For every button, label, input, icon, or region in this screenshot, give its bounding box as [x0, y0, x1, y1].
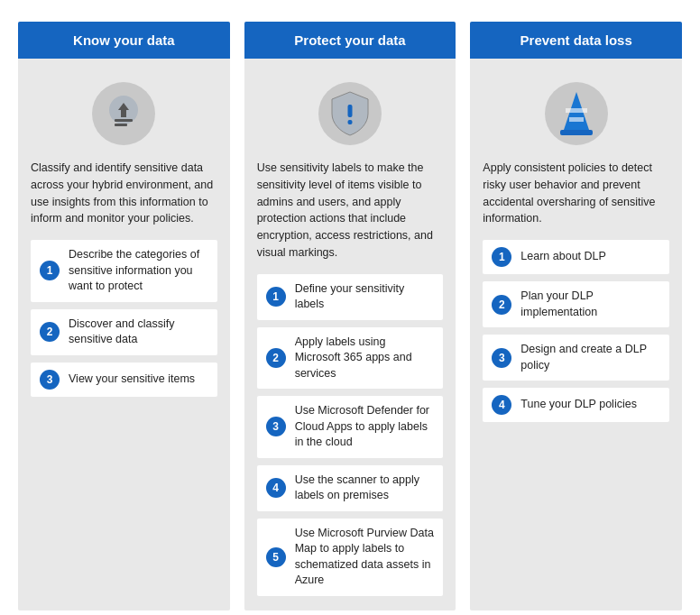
svg-rect-8: [569, 117, 584, 122]
column-body-know-your-data: Classify and identify sensitive data acr…: [18, 59, 230, 610]
svg-rect-3: [115, 124, 127, 126]
traffic-cone-icon: [545, 82, 608, 145]
step-number: 1: [266, 287, 286, 307]
step-list-know-your-data: 1Describe the categories of sensitive in…: [31, 240, 217, 397]
step-item[interactable]: 2Apply labels using Microsoft 365 apps a…: [257, 327, 444, 390]
step-item[interactable]: 4Use the scanner to apply labels on prem…: [257, 465, 444, 511]
step-item[interactable]: 1Define your sensitivity labels: [257, 274, 444, 320]
step-label: Tune your DLP policies: [520, 397, 637, 413]
step-item[interactable]: 2Discover and classify sensitive data: [31, 309, 217, 355]
step-item[interactable]: 3View your sensitive items: [31, 363, 217, 397]
step-label: Describe the categories of sensitive inf…: [69, 247, 208, 295]
column-header-know-your-data: Know your data: [18, 22, 230, 59]
step-item[interactable]: 1Describe the categories of sensitive in…: [31, 240, 217, 302]
step-number: 3: [492, 348, 511, 368]
step-number: 1: [492, 247, 511, 267]
data-classify-icon: [92, 82, 155, 145]
main-container: Know your data Classify and identify sen…: [0, 0, 700, 615]
step-number: 4: [266, 478, 286, 498]
step-list-protect-your-data: 1Define your sensitivity labels2Apply la…: [257, 274, 444, 596]
icon-area-protect-your-data: [257, 73, 444, 151]
column-protect-your-data: Protect your data Use sensitivity labels…: [244, 22, 456, 610]
column-prevent-data-loss: Prevent data loss Apply consistent polic…: [470, 22, 682, 610]
step-label: Define your sensitivity labels: [295, 281, 435, 313]
step-label: Use the scanner to apply labels on premi…: [295, 473, 435, 504]
description-prevent-data-loss: Apply consistent policies to detect risk…: [483, 160, 669, 227]
svg-rect-2: [115, 119, 133, 122]
shield-alert-icon: [318, 82, 382, 145]
icon-area-prevent-data-loss: [483, 73, 669, 151]
step-number: 4: [492, 395, 511, 415]
step-label: Discover and classify sensitive data: [69, 317, 208, 348]
step-number: 3: [266, 417, 286, 436]
step-label: Apply labels using Microsoft 365 apps an…: [295, 335, 435, 382]
step-number: 3: [40, 370, 60, 390]
step-item[interactable]: 2Plan your DLP implementation: [483, 281, 669, 327]
step-label: Learn about DLP: [520, 249, 606, 265]
icon-area-know-your-data: [31, 73, 217, 151]
svg-rect-5: [348, 120, 353, 124]
step-label: Use Microsoft Defender for Cloud Apps to…: [295, 403, 435, 451]
step-label: Design and create a DLP policy: [520, 342, 660, 373]
svg-rect-4: [348, 105, 353, 117]
step-item[interactable]: 1Learn about DLP: [483, 240, 669, 274]
description-know-your-data: Classify and identify sensitive data acr…: [31, 160, 217, 227]
column-body-protect-your-data: Use sensitivity labels to make the sensi…: [244, 59, 456, 610]
step-item[interactable]: 4Tune your DLP policies: [483, 388, 669, 422]
step-item[interactable]: 3Use Microsoft Defender for Cloud Apps t…: [257, 396, 444, 458]
step-number: 2: [492, 295, 511, 315]
column-know-your-data: Know your data Classify and identify sen…: [18, 22, 230, 610]
step-label: Plan your DLP implementation: [520, 289, 660, 320]
step-list-prevent-data-loss: 1Learn about DLP2Plan your DLP implement…: [483, 240, 669, 422]
step-number: 2: [266, 348, 286, 368]
step-label: View your sensitive items: [69, 372, 195, 388]
step-label: Use Microsoft Purview Data Map to apply …: [295, 526, 435, 589]
column-header-prevent-data-loss: Prevent data loss: [470, 22, 682, 59]
column-header-protect-your-data: Protect your data: [244, 22, 456, 59]
step-item[interactable]: 5Use Microsoft Purview Data Map to apply…: [257, 519, 444, 596]
column-body-prevent-data-loss: Apply consistent policies to detect risk…: [470, 59, 682, 610]
step-item[interactable]: 3Design and create a DLP policy: [483, 335, 669, 381]
description-protect-your-data: Use sensitivity labels to make the sensi…: [257, 160, 444, 262]
step-number: 2: [40, 322, 60, 342]
svg-rect-7: [566, 108, 587, 113]
svg-rect-9: [560, 130, 593, 135]
step-number: 1: [40, 261, 60, 280]
step-number: 5: [266, 547, 286, 567]
